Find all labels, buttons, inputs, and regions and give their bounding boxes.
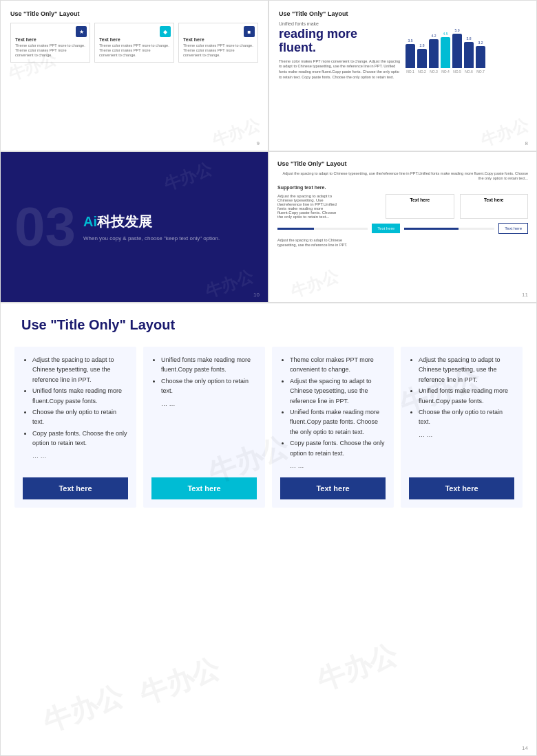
- bar-label-6: NO.7: [476, 69, 485, 74]
- col1-item1: Adjust the spacing to adapt to Chinese t…: [32, 355, 128, 385]
- col4-btn[interactable]: Text here: [409, 477, 514, 499]
- slide4-progress: [277, 228, 368, 230]
- col1-dots: … …: [23, 453, 128, 460]
- card-2: ◆ Text here Theme color makes PPT more t…: [94, 23, 174, 63]
- slide1-title: Use "Title Only" Layout: [10, 10, 258, 17]
- watermark-6: 牛办公: [288, 266, 342, 303]
- slide4-desc-text: Adjust the spacing to adapt toChinese ty…: [277, 194, 380, 219]
- bar-label-top-3: 4.5: [443, 32, 448, 36]
- slide-2: Use "Title Only" Layout Unified fonts ma…: [268, 0, 537, 151]
- col1-btn[interactable]: Text here: [23, 477, 128, 499]
- card1-desc: Theme color makes PPT more to change. Th…: [15, 43, 85, 58]
- slide3-accent: Ai: [83, 214, 97, 229]
- slide3-title: Ai科技发展: [83, 213, 220, 231]
- main-columns: Adjust the spacing to adapt to Chinese t…: [1, 347, 536, 508]
- slide-3: 03 Ai科技发展 When you copy & paste, choose …: [0, 151, 268, 303]
- watermark-3: 牛办公: [478, 114, 532, 151]
- col1-item2: Unified fonts make reading more fluent.C…: [32, 386, 128, 406]
- slide4-footer-text: Adjust the spacing to adapt to Chinesety…: [277, 238, 528, 248]
- slide4-progress-fill: [277, 228, 314, 230]
- slide4-top-text: Adjust the spacing to adapt to Chinese t…: [277, 171, 528, 181]
- main-title: Use "Title Only" Layout: [1, 303, 536, 340]
- col3-item4: Copy paste fonts. Choose the only option…: [290, 438, 386, 458]
- bar-5: [464, 42, 474, 68]
- slide4-text-box2: Text here: [460, 194, 528, 219]
- card1-icon: ★: [76, 26, 87, 37]
- slide3-number: 03: [14, 195, 76, 259]
- col2-btn[interactable]: Text here: [151, 477, 257, 499]
- slide3-title-rest: 科技发展: [97, 214, 152, 229]
- slide2-title: Use "Title Only" Layout: [279, 10, 527, 17]
- col3-item1: Theme color makes PPT more convenient to…: [290, 355, 386, 375]
- slide4-btn1[interactable]: Text here: [372, 224, 400, 233]
- slide2-chart: 3.5NO.12.8NO.24.2NO.34.5NO.45.0NO.53.8NO…: [406, 21, 527, 80]
- slide4-row1: Adjust the spacing to adapt toChinese ty…: [277, 194, 528, 219]
- bar-label-top-6: 3.2: [478, 41, 483, 45]
- main-slide: Use "Title Only" Layout Adjust the spaci…: [0, 303, 537, 756]
- bar-label-top-1: 2.8: [420, 43, 425, 47]
- bar-col-1: 2.8NO.2: [417, 43, 427, 74]
- slide2-left: Unified fonts make reading morefluent. T…: [279, 21, 400, 80]
- bar-0: [406, 44, 415, 68]
- slide2-headline: reading morefluent.: [279, 28, 400, 55]
- card-1: ★ Text here Theme color makes PPT more t…: [10, 23, 90, 63]
- main-watermark-2: 牛办公: [134, 649, 225, 713]
- page-num-4: 11: [522, 292, 528, 298]
- card3-icon: ■: [244, 26, 255, 37]
- col2-list: Unified fonts make reading more fluent.C…: [151, 355, 257, 398]
- bar-col-2: 4.2NO.3: [429, 34, 439, 74]
- watermark-4: 牛办公: [202, 266, 257, 303]
- col4-item2: Unified fonts make reading more fluent.C…: [419, 386, 514, 406]
- page-num-1: 9: [257, 140, 260, 147]
- bar-col-3: 4.5NO.4: [441, 32, 450, 74]
- col3-list: Theme color makes PPT more convenient to…: [280, 355, 386, 460]
- slide3-content: Ai科技发展 When you copy & paste, choose "ke…: [83, 213, 220, 241]
- col3-item2: Adjust the spacing to adapt to Chinese t…: [290, 376, 386, 406]
- slide2-tagline: Unified fonts make: [279, 21, 400, 26]
- bar-col-5: 3.8NO.6: [464, 36, 474, 74]
- bar-4: [452, 34, 462, 68]
- slide4-progress-fill2: [404, 228, 459, 230]
- bar-label-top-0: 3.5: [408, 39, 413, 43]
- slide1-cards: ★ Text here Theme color makes PPT more t…: [10, 23, 258, 63]
- col2-item1: Unified fonts make reading more fluent.C…: [161, 355, 257, 375]
- bar-1: [417, 49, 427, 68]
- card1-text: Text here: [15, 37, 85, 42]
- slide4-btn2[interactable]: Text here: [498, 223, 528, 234]
- col1-item3: Choose the only optio to retain text.: [32, 407, 128, 427]
- col2-btn-area: Text here: [151, 469, 257, 499]
- bar-label-top-2: 4.2: [432, 34, 436, 38]
- col3-btn-area: Text here: [280, 469, 386, 499]
- col4-item1: Adjust the spacing to adapt to Chinese t…: [419, 355, 514, 385]
- main-watermark-1: 牛办公: [38, 677, 129, 741]
- slide2-body: Theme color makes PPT more convenient to…: [279, 59, 400, 80]
- bar-label-top-4: 5.0: [455, 28, 460, 32]
- card3-text: Text here: [183, 37, 253, 42]
- col4-list: Adjust the spacing to adapt to Chinese t…: [409, 355, 514, 429]
- bar-label-top-5: 3.8: [467, 36, 472, 41]
- slide4-progress2: [404, 228, 494, 230]
- bar-6: [476, 46, 485, 68]
- slide-4: Use "Title Only" Layout Adjust the spaci…: [268, 151, 537, 303]
- bar-label-1: NO.2: [418, 69, 426, 74]
- slide4-title: Use "Title Only" Layout: [277, 160, 528, 167]
- bar-col-6: 3.2NO.7: [476, 41, 485, 74]
- slide2-content: Unified fonts make reading morefluent. T…: [279, 21, 527, 80]
- card2-text: Text here: [99, 37, 169, 42]
- bar-label-0: NO.1: [406, 69, 414, 74]
- col2-item2: Choose the only option to retain text.: [161, 376, 257, 396]
- slide3-subtitle: When you copy & paste, choose "keep text…: [83, 235, 220, 241]
- bar-2: [429, 39, 439, 68]
- col3-btn[interactable]: Text here: [280, 477, 386, 499]
- watermark-1: 牛办公: [209, 114, 264, 151]
- page-num-2: 8: [525, 140, 528, 147]
- col4-dots: … …: [409, 431, 514, 438]
- col1-item4: Copy paste fonts. Choose the only option…: [32, 429, 128, 449]
- col3-item3: Unified fonts make reading more fluent.C…: [290, 407, 386, 437]
- bar-label-4: NO.5: [453, 69, 461, 74]
- col4-btn-area: Text here: [409, 469, 514, 499]
- slide4-row2: Text here Text here: [277, 223, 528, 234]
- main-col-3: Theme color makes PPT more convenient to…: [272, 347, 394, 508]
- slide-1: Use "Title Only" Layout ★ Text here Them…: [0, 0, 268, 151]
- bar-col-4: 5.0NO.5: [452, 28, 462, 74]
